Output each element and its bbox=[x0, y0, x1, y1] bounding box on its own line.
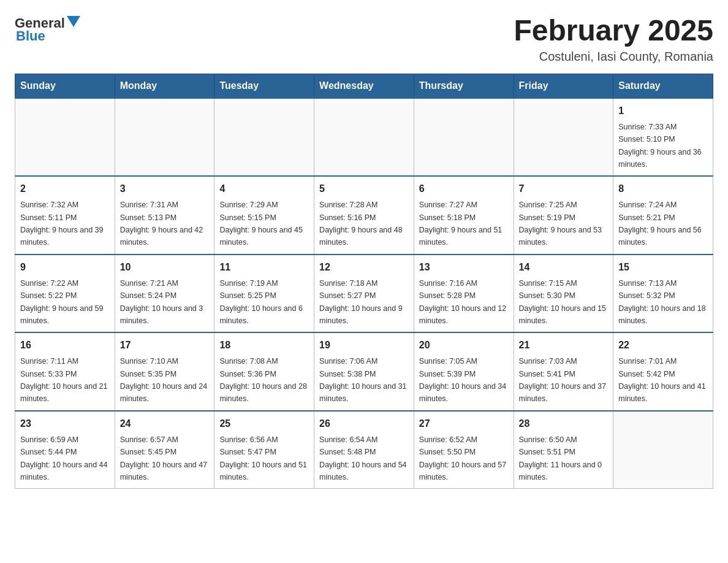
calendar-day-cell: 15Sunrise: 7:13 AMSunset: 5:32 PMDayligh… bbox=[613, 255, 713, 333]
calendar-day-cell: 13Sunrise: 7:16 AMSunset: 5:28 PMDayligh… bbox=[414, 255, 514, 333]
calendar-header-row: SundayMondayTuesdayWednesdayThursdayFrid… bbox=[15, 74, 713, 98]
day-info: Sunrise: 7:05 AMSunset: 5:39 PMDaylight:… bbox=[419, 357, 506, 403]
day-info: Sunrise: 7:21 AMSunset: 5:24 PMDaylight:… bbox=[120, 279, 203, 325]
calendar-day-cell: 20Sunrise: 7:05 AMSunset: 5:39 PMDayligh… bbox=[414, 332, 514, 411]
day-number: 25 bbox=[219, 416, 309, 431]
calendar-day-cell: 22Sunrise: 7:01 AMSunset: 5:42 PMDayligh… bbox=[613, 332, 713, 411]
calendar-day-cell: 23Sunrise: 6:59 AMSunset: 5:44 PMDayligh… bbox=[15, 411, 115, 489]
day-info: Sunrise: 7:15 AMSunset: 5:30 PMDaylight:… bbox=[519, 279, 606, 325]
logo: General Blue bbox=[15, 15, 80, 44]
day-number: 21 bbox=[519, 338, 609, 353]
day-info: Sunrise: 7:33 AMSunset: 5:10 PMDaylight:… bbox=[618, 123, 702, 169]
calendar-day-cell: 8Sunrise: 7:24 AMSunset: 5:21 PMDaylight… bbox=[613, 176, 713, 255]
day-info: Sunrise: 7:16 AMSunset: 5:28 PMDaylight:… bbox=[419, 279, 506, 325]
day-number: 5 bbox=[319, 182, 409, 196]
day-number: 14 bbox=[519, 260, 609, 275]
day-number: 9 bbox=[20, 260, 110, 275]
day-number: 15 bbox=[618, 260, 708, 275]
calendar-day-cell bbox=[214, 98, 314, 177]
calendar-day-cell: 3Sunrise: 7:31 AMSunset: 5:13 PMDaylight… bbox=[115, 176, 214, 255]
page-header: General Blue February 2025 Costuleni, Ia… bbox=[15, 15, 713, 64]
calendar-subtitle: Costuleni, Iasi County, Romania bbox=[514, 50, 713, 64]
day-number: 28 bbox=[519, 416, 609, 431]
svg-marker-0 bbox=[67, 16, 80, 27]
calendar-day-cell: 28Sunrise: 6:50 AMSunset: 5:51 PMDayligh… bbox=[514, 411, 613, 489]
calendar-day-cell: 11Sunrise: 7:19 AMSunset: 5:25 PMDayligh… bbox=[214, 255, 314, 333]
day-number: 6 bbox=[419, 182, 509, 196]
calendar-day-cell: 25Sunrise: 6:56 AMSunset: 5:47 PMDayligh… bbox=[214, 411, 314, 489]
day-number: 13 bbox=[419, 260, 509, 275]
calendar-day-cell: 7Sunrise: 7:25 AMSunset: 5:19 PMDaylight… bbox=[514, 176, 613, 255]
day-number: 10 bbox=[120, 260, 210, 275]
day-number: 11 bbox=[219, 260, 309, 275]
day-info: Sunrise: 7:25 AMSunset: 5:19 PMDaylight:… bbox=[519, 201, 602, 247]
day-info: Sunrise: 7:32 AMSunset: 5:11 PMDaylight:… bbox=[20, 201, 104, 247]
calendar-day-cell: 2Sunrise: 7:32 AMSunset: 5:11 PMDaylight… bbox=[15, 176, 115, 255]
logo-arrow-icon bbox=[67, 16, 80, 29]
calendar-day-cell: 1Sunrise: 7:33 AMSunset: 5:10 PMDaylight… bbox=[613, 98, 713, 177]
day-number: 23 bbox=[20, 416, 110, 431]
day-number: 8 bbox=[618, 182, 708, 196]
day-info: Sunrise: 7:28 AMSunset: 5:16 PMDaylight:… bbox=[319, 201, 403, 247]
calendar-day-cell: 26Sunrise: 6:54 AMSunset: 5:48 PMDayligh… bbox=[314, 411, 414, 489]
logo-blue-text: Blue bbox=[16, 28, 45, 44]
calendar-day-cell bbox=[115, 98, 214, 177]
calendar-day-cell: 4Sunrise: 7:29 AMSunset: 5:15 PMDaylight… bbox=[214, 176, 314, 255]
day-number: 18 bbox=[219, 338, 309, 353]
day-number: 3 bbox=[120, 182, 210, 196]
day-number: 24 bbox=[120, 416, 210, 431]
day-number: 27 bbox=[419, 416, 509, 431]
day-number: 22 bbox=[618, 338, 708, 353]
day-number: 7 bbox=[519, 182, 609, 196]
day-info: Sunrise: 7:03 AMSunset: 5:41 PMDaylight:… bbox=[519, 357, 606, 403]
calendar-day-cell: 17Sunrise: 7:10 AMSunset: 5:35 PMDayligh… bbox=[115, 332, 214, 411]
calendar-day-cell bbox=[314, 98, 414, 177]
calendar-week-row: 16Sunrise: 7:11 AMSunset: 5:33 PMDayligh… bbox=[15, 332, 713, 411]
day-number: 1 bbox=[618, 104, 708, 118]
day-of-week-header: Sunday bbox=[15, 74, 115, 98]
day-info: Sunrise: 6:57 AMSunset: 5:45 PMDaylight:… bbox=[120, 435, 207, 481]
calendar-day-cell: 14Sunrise: 7:15 AMSunset: 5:30 PMDayligh… bbox=[514, 255, 613, 333]
day-info: Sunrise: 6:50 AMSunset: 5:51 PMDaylight:… bbox=[519, 435, 602, 481]
calendar-week-row: 9Sunrise: 7:22 AMSunset: 5:22 PMDaylight… bbox=[15, 255, 713, 333]
day-info: Sunrise: 7:06 AMSunset: 5:38 PMDaylight:… bbox=[319, 357, 406, 403]
day-info: Sunrise: 7:24 AMSunset: 5:21 PMDaylight:… bbox=[618, 201, 702, 247]
calendar-day-cell: 19Sunrise: 7:06 AMSunset: 5:38 PMDayligh… bbox=[314, 332, 414, 411]
calendar-day-cell: 6Sunrise: 7:27 AMSunset: 5:18 PMDaylight… bbox=[414, 176, 514, 255]
day-info: Sunrise: 7:29 AMSunset: 5:15 PMDaylight:… bbox=[219, 201, 303, 247]
day-number: 19 bbox=[319, 338, 409, 353]
day-info: Sunrise: 7:08 AMSunset: 5:36 PMDaylight:… bbox=[219, 357, 306, 403]
calendar-week-row: 23Sunrise: 6:59 AMSunset: 5:44 PMDayligh… bbox=[15, 411, 713, 489]
calendar-day-cell bbox=[414, 98, 514, 177]
day-info: Sunrise: 7:11 AMSunset: 5:33 PMDaylight:… bbox=[20, 357, 107, 403]
calendar-day-cell bbox=[514, 98, 613, 177]
day-info: Sunrise: 7:18 AMSunset: 5:27 PMDaylight:… bbox=[319, 279, 403, 325]
calendar-day-cell: 12Sunrise: 7:18 AMSunset: 5:27 PMDayligh… bbox=[314, 255, 414, 333]
day-number: 2 bbox=[20, 182, 110, 196]
calendar-day-cell: 10Sunrise: 7:21 AMSunset: 5:24 PMDayligh… bbox=[115, 255, 214, 333]
day-of-week-header: Saturday bbox=[613, 74, 713, 98]
day-number: 17 bbox=[120, 338, 210, 353]
day-number: 16 bbox=[20, 338, 110, 353]
day-of-week-header: Thursday bbox=[414, 74, 514, 98]
day-number: 4 bbox=[219, 182, 309, 196]
calendar-week-row: 1Sunrise: 7:33 AMSunset: 5:10 PMDaylight… bbox=[15, 98, 713, 177]
day-of-week-header: Wednesday bbox=[314, 74, 414, 98]
title-block: February 2025 Costuleni, Iasi County, Ro… bbox=[514, 15, 713, 64]
calendar-day-cell bbox=[15, 98, 115, 177]
day-number: 26 bbox=[319, 416, 409, 431]
calendar-day-cell: 24Sunrise: 6:57 AMSunset: 5:45 PMDayligh… bbox=[115, 411, 214, 489]
calendar-day-cell: 18Sunrise: 7:08 AMSunset: 5:36 PMDayligh… bbox=[214, 332, 314, 411]
calendar-week-row: 2Sunrise: 7:32 AMSunset: 5:11 PMDaylight… bbox=[15, 176, 713, 255]
day-info: Sunrise: 7:10 AMSunset: 5:35 PMDaylight:… bbox=[120, 357, 207, 403]
day-info: Sunrise: 7:13 AMSunset: 5:32 PMDaylight:… bbox=[618, 279, 705, 325]
day-info: Sunrise: 6:56 AMSunset: 5:47 PMDaylight:… bbox=[219, 435, 306, 481]
day-info: Sunrise: 6:54 AMSunset: 5:48 PMDaylight:… bbox=[319, 435, 406, 481]
day-of-week-header: Friday bbox=[514, 74, 613, 98]
day-info: Sunrise: 7:19 AMSunset: 5:25 PMDaylight:… bbox=[219, 279, 303, 325]
day-info: Sunrise: 7:01 AMSunset: 5:42 PMDaylight:… bbox=[618, 357, 705, 403]
day-info: Sunrise: 6:52 AMSunset: 5:50 PMDaylight:… bbox=[419, 435, 506, 481]
day-of-week-header: Tuesday bbox=[214, 74, 314, 98]
calendar-day-cell: 21Sunrise: 7:03 AMSunset: 5:41 PMDayligh… bbox=[514, 332, 613, 411]
day-of-week-header: Monday bbox=[115, 74, 214, 98]
